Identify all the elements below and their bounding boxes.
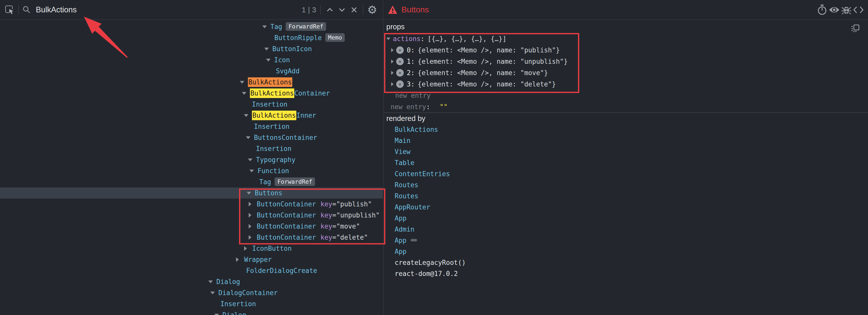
- expand-arrow-icon[interactable]: [249, 202, 251, 206]
- tree-row-buttonscontainer[interactable]: ButtonsContainer: [0, 132, 383, 143]
- tree-row-bulkactionscontainer[interactable]: BulkActionsContainer: [0, 88, 383, 99]
- collapse-arrow-icon[interactable]: [208, 280, 213, 283]
- expand-arrow-icon[interactable]: [249, 213, 251, 217]
- new-entry-row[interactable]: new entry:"": [384, 101, 868, 112]
- tree-row-buttoncontainer-move[interactable]: ButtonContainerkey="move": [0, 221, 383, 232]
- code-brackets-icon: [853, 5, 864, 14]
- expand-arrow-icon[interactable]: [249, 224, 251, 229]
- collapse-arrow-icon[interactable]: [262, 26, 267, 28]
- tree-row-wrapper[interactable]: Wrapper: [0, 254, 383, 265]
- tree-row-icon[interactable]: Icon: [0, 55, 383, 66]
- collapse-arrow-icon[interactable]: [246, 136, 250, 139]
- search-input[interactable]: [35, 5, 253, 14]
- array-item-value: {element: <Memo />, name: "unpublish"}: [417, 58, 568, 65]
- expand-arrow-icon[interactable]: [249, 235, 251, 240]
- rendered-by-item-routes[interactable]: Routes: [384, 190, 868, 202]
- tree-row-typography[interactable]: Typography: [0, 154, 383, 165]
- expand-arrow-icon[interactable]: [244, 246, 247, 251]
- inspected-element-panel: props actions:[{…}, {…}, {…}, {…}]✕0:{el…: [383, 21, 868, 315]
- tree-row-dialog[interactable]: Dialog: [0, 310, 383, 315]
- collapse-arrow-icon[interactable]: [248, 159, 252, 161]
- tree-row-buttoncontainer-delete[interactable]: ButtonContainerkey="delete": [0, 232, 383, 243]
- tree-row-folderdialogcreate[interactable]: FolderDialogCreate: [0, 265, 383, 276]
- component-name: ButtonContainer: [257, 234, 316, 241]
- delete-item-icon[interactable]: ✕: [396, 58, 404, 65]
- tree-row-dialog[interactable]: Dialog: [0, 276, 383, 287]
- new-entry-value[interactable]: "": [440, 103, 447, 111]
- delete-item-icon[interactable]: ✕: [396, 80, 404, 88]
- inspect-element-button[interactable]: [3, 4, 16, 16]
- collapse-arrow-icon[interactable]: [386, 38, 391, 40]
- collapse-arrow-icon[interactable]: [249, 170, 254, 172]
- next-match-button[interactable]: [336, 4, 348, 16]
- tree-row-tag[interactable]: TagForwardRef: [0, 21, 383, 32]
- view-source-button[interactable]: [852, 4, 865, 16]
- collapse-arrow-icon[interactable]: [264, 48, 269, 50]
- collapse-arrow-icon[interactable]: [214, 314, 219, 315]
- component-name: ButtonContainer: [257, 222, 316, 230]
- rendered-by-item-admin[interactable]: Admin: [384, 224, 868, 235]
- tree-row-insertion[interactable]: Insertion: [0, 299, 383, 310]
- collapse-arrow-icon[interactable]: [242, 92, 246, 95]
- tree-row-buttons[interactable]: Buttons: [0, 187, 383, 199]
- tree-toolbar: 1 | 3 ⚙: [0, 0, 383, 20]
- tree-row-buttoncontainer-publish[interactable]: ButtonContainerkey="publish": [0, 199, 383, 210]
- component-tree[interactable]: TagForwardRefButtonRippleMemoButtonIconI…: [0, 21, 383, 315]
- delete-item-icon[interactable]: ✕: [396, 69, 404, 77]
- delete-item-icon[interactable]: ✕: [396, 46, 404, 54]
- tree-row-insertion[interactable]: Insertion: [0, 143, 383, 154]
- array-item-row-1: ✕1:{element: <Memo />, name: "unpublish"…: [384, 56, 868, 67]
- collapse-arrow-icon[interactable]: [244, 114, 248, 117]
- rendered-by-item-approuter[interactable]: AppRouter: [384, 202, 868, 213]
- component-name: Insertion: [256, 145, 291, 152]
- collapse-arrow-icon[interactable]: [247, 192, 251, 195]
- copy-icon[interactable]: [850, 24, 861, 34]
- previous-match-button[interactable]: [324, 4, 336, 16]
- tree-row-function[interactable]: Function: [0, 165, 383, 176]
- tree-row-buttonripple[interactable]: ButtonRippleMemo: [0, 32, 383, 43]
- rendered-by-item-contententries[interactable]: ContentEntries: [384, 168, 868, 179]
- rendered-by-item-app[interactable]: App: [384, 235, 868, 246]
- tree-row-insertion[interactable]: Insertion: [0, 121, 383, 132]
- dash-badge: [410, 239, 417, 241]
- collapse-arrow-icon[interactable]: [266, 59, 271, 62]
- tree-row-buttonicon[interactable]: ButtonIcon: [0, 43, 383, 55]
- settings-button[interactable]: ⚙: [366, 4, 378, 16]
- debug-log-button[interactable]: [840, 4, 852, 16]
- key-attribute-value: ="unpublish": [332, 211, 380, 219]
- tree-row-svgadd[interactable]: SvgAdd: [0, 66, 383, 77]
- chevron-up-icon: [326, 7, 334, 12]
- tree-row-dialogcontainer[interactable]: DialogContainer: [0, 287, 383, 299]
- inspect-dom-button[interactable]: [828, 4, 840, 16]
- tree-row-bulkactions[interactable]: BulkActions: [0, 77, 383, 88]
- rendered-by-item-app[interactable]: App: [384, 246, 868, 257]
- rendered-by-item-app[interactable]: App: [384, 213, 868, 224]
- rendered-by-item-view[interactable]: View: [384, 146, 868, 157]
- collapse-arrow-icon[interactable]: [210, 291, 215, 294]
- rendered-by-item-bulkactions[interactable]: BulkActions: [384, 124, 868, 135]
- rendered-by-item-routes[interactable]: Routes: [384, 179, 868, 190]
- tree-row-buttoncontainer-unpublish[interactable]: ButtonContainerkey="unpublish": [0, 210, 383, 221]
- close-icon: [351, 6, 357, 13]
- rendered-by-item-main[interactable]: Main: [384, 135, 868, 146]
- expand-arrow-icon[interactable]: [391, 71, 394, 75]
- expand-arrow-icon[interactable]: [236, 257, 239, 262]
- profiler-button[interactable]: [816, 4, 828, 16]
- clear-search-button[interactable]: [348, 4, 360, 16]
- collapse-arrow-icon[interactable]: [240, 81, 244, 84]
- expand-arrow-icon[interactable]: [391, 60, 394, 64]
- component-name: Container: [294, 90, 330, 97]
- owner-name: App: [395, 248, 406, 255]
- owner-name: AppRouter: [395, 203, 430, 211]
- tree-row-tag[interactable]: TagForwardRef: [0, 176, 383, 187]
- owner-name: App: [395, 214, 406, 222]
- expand-arrow-icon[interactable]: [391, 48, 394, 52]
- tree-row-bulkactionsinner[interactable]: BulkActionsInner: [0, 110, 383, 121]
- tree-row-insertion[interactable]: Insertion: [0, 99, 383, 110]
- rendered-by-item-table[interactable]: Table: [384, 157, 868, 168]
- component-name: Tag: [270, 23, 282, 31]
- rendered-by-item-createlegacyroot-: createLegacyRoot(): [384, 257, 868, 268]
- tree-row-iconbutton[interactable]: IconButton: [0, 243, 383, 254]
- expand-arrow-icon[interactable]: [391, 82, 394, 86]
- hoc-badge: ForwardRef: [275, 177, 315, 186]
